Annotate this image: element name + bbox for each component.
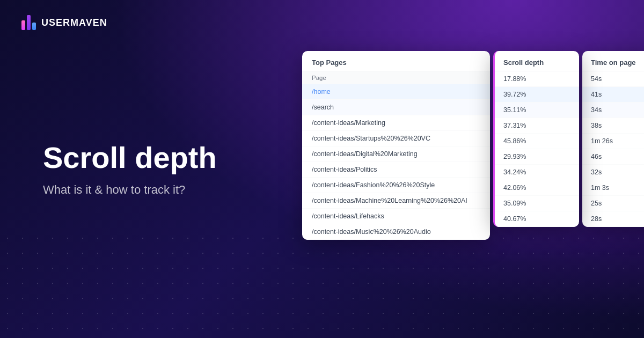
logo-bar-3	[32, 23, 36, 30]
time-on-page-value: 1m 26s	[582, 134, 644, 149]
scroll-depth-value: 17.88%	[495, 71, 579, 87]
time-on-page-value: 25s	[582, 196, 644, 211]
page-col-header: Page	[302, 71, 490, 84]
time-on-page-value: 38s	[582, 118, 644, 134]
scroll-depth-value: 40.67%	[495, 211, 579, 227]
time-on-page-header: Time on page	[582, 51, 644, 71]
table-row[interactable]: /content-ideas/Politics	[302, 162, 490, 178]
scroll-depth-value: 45.86%	[495, 134, 579, 149]
scroll-depth-panel: Scroll depth 17.88% 39.72% 35.11% 37.31%…	[493, 51, 579, 227]
time-on-page-value: 46s	[582, 149, 644, 165]
logo-icon	[21, 15, 36, 30]
top-pages-panel: Top Pages Page /home /search /content-id…	[302, 51, 490, 240]
panels-container: Top Pages Page /home /search /content-id…	[302, 51, 644, 240]
scroll-depth-value: 34.24%	[495, 165, 579, 180]
scroll-depth-header: Scroll depth	[495, 51, 579, 71]
scroll-depth-value: 39.72%	[495, 87, 579, 102]
hero-content: Scroll depth What is it & how to track i…	[43, 141, 217, 197]
logo-text: USERMAVEN	[41, 17, 107, 28]
time-on-page-value: 41s	[582, 87, 644, 102]
logo-bar-2	[27, 15, 31, 30]
time-on-page-value: 54s	[582, 71, 644, 87]
table-row[interactable]: /home	[302, 84, 490, 100]
dot-pattern	[0, 231, 644, 338]
table-row[interactable]: /content-ideas/Music%20%26%20Audio	[302, 224, 490, 240]
page-subtitle: What is it & how to track it?	[43, 183, 217, 197]
table-row[interactable]: /content-ideas/Digital%20Marketing	[302, 146, 490, 162]
table-row[interactable]: /content-ideas/Fashion%20%26%20Style	[302, 178, 490, 193]
time-on-page-value: 1m 3s	[582, 180, 644, 196]
table-row[interactable]: /search	[302, 100, 490, 115]
time-on-page-value: 32s	[582, 165, 644, 180]
header: USERMAVEN	[21, 15, 107, 30]
scroll-depth-value: 42.06%	[495, 180, 579, 196]
table-row[interactable]: /content-ideas/Marketing	[302, 115, 490, 131]
table-row[interactable]: /content-ideas/Machine%20Learning%20%26%…	[302, 193, 490, 209]
page-title: Scroll depth	[43, 141, 217, 174]
scroll-depth-value: 29.93%	[495, 149, 579, 165]
top-pages-header: Top Pages	[302, 51, 490, 71]
time-on-page-value: 28s	[582, 211, 644, 227]
time-on-page-panel: Time on page 54s 41s 34s 38s 1m 26s 46s …	[582, 51, 644, 227]
scroll-depth-value: 35.09%	[495, 196, 579, 211]
table-row[interactable]: /content-ideas/Lifehacks	[302, 209, 490, 224]
time-on-page-value: 34s	[582, 102, 644, 118]
logo-bar-1	[21, 20, 25, 30]
scroll-depth-value: 37.31%	[495, 118, 579, 134]
table-row[interactable]: /content-ideas/Startups%20%26%20VC	[302, 131, 490, 146]
scroll-depth-value: 35.11%	[495, 102, 579, 118]
